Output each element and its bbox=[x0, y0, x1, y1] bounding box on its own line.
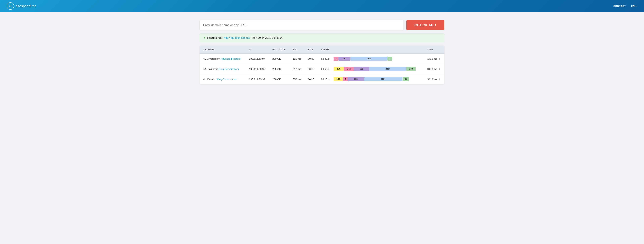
results-table: LOCATIONIPHTTP CODESSLSIZESPEEDTIME NL, … bbox=[200, 46, 444, 84]
main-content: CHECK ME! ✦ Results for: http://tpp-tour… bbox=[193, 12, 451, 91]
location-link[interactable]: King-Servers.com bbox=[217, 78, 237, 81]
speed-value: 26 kB/s bbox=[321, 67, 332, 70]
table-row: NL, Dronten King-Servers.com193.111.63.9… bbox=[200, 74, 444, 84]
http-code-cell: 200 OK bbox=[269, 54, 290, 64]
speed-cell: 26 kB/s1094658260141 bbox=[318, 74, 424, 84]
col-header-speed: SPEED bbox=[318, 46, 424, 54]
speed-bar-segment: 109 bbox=[334, 77, 343, 81]
speed-cell: 52 kB/s212015922 bbox=[318, 54, 424, 64]
speed-bar-segment: 2601 bbox=[364, 77, 402, 81]
contact-link[interactable]: CONTACT bbox=[613, 5, 626, 7]
speed-bar-segment: 142 bbox=[344, 67, 354, 71]
ssl-cell: 120 ms bbox=[290, 54, 305, 64]
logo-text: sitespeed.me bbox=[16, 4, 36, 8]
results-label: Results for: bbox=[207, 36, 222, 39]
size-cell: 90 kB bbox=[305, 64, 318, 74]
time-cell: 3413 ms❯ bbox=[424, 74, 444, 84]
speed-bar-segment: 658 bbox=[348, 77, 364, 81]
lang-label: EN bbox=[631, 5, 635, 7]
size-cell: 90 kB bbox=[305, 54, 318, 64]
header: S sitespeed.me CONTACT EN ▼ bbox=[0, 0, 644, 12]
http-code-cell: 200 OK bbox=[269, 74, 290, 84]
col-header-location: LOCATION bbox=[200, 46, 246, 54]
http-code-cell: 200 OK bbox=[269, 64, 290, 74]
table-row: NL, Amsterdam AdvancedHosters193.111.63.… bbox=[200, 54, 444, 64]
speed-bar-segment: 4 bbox=[343, 77, 348, 81]
location-country: NL bbox=[202, 57, 206, 60]
row-expand-icon[interactable]: ❯ bbox=[438, 57, 440, 60]
time-cell: 3476 ms❯ bbox=[424, 64, 444, 74]
location-link[interactable]: AdvancedHosters bbox=[221, 57, 240, 60]
time-value: 1716 ms bbox=[427, 57, 437, 60]
location-link[interactable]: King-Servers.com bbox=[219, 67, 239, 70]
ssl-cell: 612 ms bbox=[290, 64, 305, 74]
results-date: from 09.24.2019 13:48:54 bbox=[252, 36, 282, 39]
location-country: US bbox=[202, 67, 206, 70]
table-body: NL, Amsterdam AdvancedHosters193.111.63.… bbox=[200, 54, 444, 84]
header-nav: CONTACT EN ▼ bbox=[613, 5, 637, 7]
check-me-button[interactable]: CHECK ME! bbox=[406, 20, 444, 30]
speed-bar: 212015922 bbox=[334, 57, 421, 61]
results-url[interactable]: http://tpp-tour.com.ua/ bbox=[224, 36, 250, 39]
col-header-ip: IP bbox=[246, 46, 269, 54]
time-cell: 1716 ms❯ bbox=[424, 54, 444, 64]
speed-bar-segment: 2 bbox=[388, 57, 392, 61]
table-row: US, California King-Servers.com193.111.6… bbox=[200, 64, 444, 74]
table-header: LOCATIONIPHTTP CODESSLSIZESPEEDTIME bbox=[200, 46, 444, 54]
speed-bar-segment: 2414 bbox=[369, 67, 406, 71]
speed-bar-segment: 612 bbox=[354, 67, 369, 71]
speed-bar-segment: 2 bbox=[334, 57, 338, 61]
logo-area: S sitespeed.me bbox=[7, 2, 36, 10]
results-info-bar: ✦ Results for: http://tpp-tour.com.ua/ f… bbox=[200, 33, 444, 42]
ip-cell: 193.111.63.97 bbox=[246, 64, 269, 74]
time-value: 3476 ms bbox=[427, 67, 437, 70]
location-cell: US, California King-Servers.com bbox=[200, 64, 246, 74]
speed-bar: 1094658260141 bbox=[334, 77, 421, 81]
speed-bar: 1781426122414130 bbox=[334, 67, 421, 71]
logo-icon: S bbox=[7, 2, 14, 10]
col-header-time: TIME bbox=[424, 46, 444, 54]
row-expand-icon[interactable]: ❯ bbox=[438, 67, 440, 70]
col-header-ssl: SSL bbox=[290, 46, 305, 54]
location-city: , Amsterdam bbox=[206, 57, 221, 60]
speed-bar-segment: 130 bbox=[406, 67, 416, 71]
speed-value: 52 kB/s bbox=[321, 57, 332, 60]
col-header-size: SIZE bbox=[305, 46, 318, 54]
speed-cell: 26 kB/s1781426122414130 bbox=[318, 64, 424, 74]
location-country: NL bbox=[202, 78, 206, 81]
time-value: 3413 ms bbox=[427, 78, 437, 81]
location-city: , California bbox=[206, 67, 219, 70]
lang-selector[interactable]: EN ▼ bbox=[631, 5, 637, 7]
location-city: , Dronten bbox=[206, 78, 217, 81]
ssl-cell: 658 ms bbox=[290, 74, 305, 84]
size-cell: 90 kB bbox=[305, 74, 318, 84]
row-expand-icon[interactable]: ❯ bbox=[438, 78, 440, 80]
results-table-container: LOCATIONIPHTTP CODESSLSIZESPEEDTIME NL, … bbox=[200, 46, 444, 84]
speed-bar-segment: 178 bbox=[334, 67, 344, 71]
speed-bar-segment: 120 bbox=[338, 57, 350, 61]
search-section: CHECK ME! bbox=[200, 20, 444, 30]
speed-bar-segment: 41 bbox=[403, 77, 409, 81]
location-cell: NL, Dronten King-Servers.com bbox=[200, 74, 246, 84]
spinner-icon: ✦ bbox=[203, 36, 206, 40]
speed-value: 26 kB/s bbox=[321, 78, 332, 81]
ip-cell: 193.111.63.97 bbox=[246, 54, 269, 64]
location-cell: NL, Amsterdam AdvancedHosters bbox=[200, 54, 246, 64]
url-search-input[interactable] bbox=[200, 20, 404, 30]
logo-s-letter: S bbox=[9, 4, 12, 8]
speed-bar-segment: 1592 bbox=[350, 57, 387, 61]
ip-cell: 193.111.63.97 bbox=[246, 74, 269, 84]
col-header-http-code: HTTP CODE bbox=[269, 46, 290, 54]
lang-chevron-icon: ▼ bbox=[636, 5, 637, 7]
